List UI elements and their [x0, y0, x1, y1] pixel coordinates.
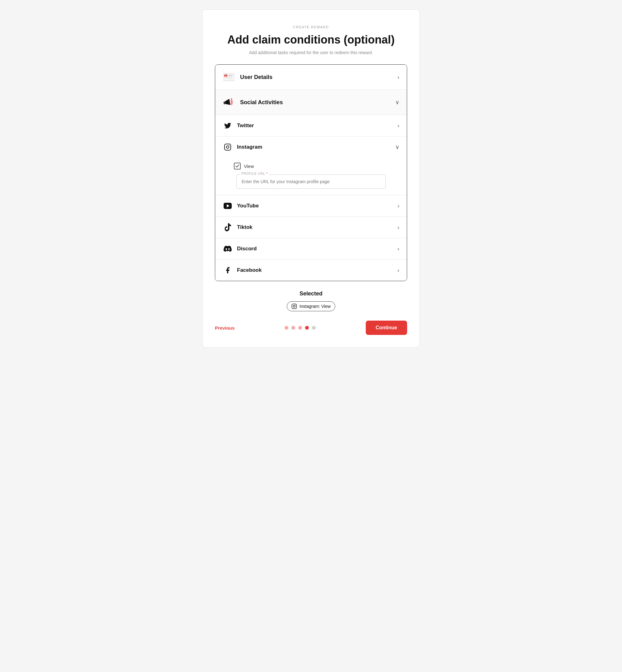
profile-url-input[interactable] [236, 174, 386, 189]
twitter-icon [223, 121, 233, 131]
instagram-content: View PROFILE URL * [215, 158, 407, 195]
social-activities-chevron: ∨ [395, 99, 399, 106]
tiktok-icon [223, 222, 233, 232]
selected-section: Selected Instagram: View [215, 290, 407, 311]
facebook-chevron: › [398, 267, 399, 274]
page-container: CREATE REWARD Add claim conditions (opti… [202, 9, 420, 348]
instagram-section: Instagram ∨ View PROFILE URL * [215, 137, 407, 195]
user-details-chevron: › [398, 74, 399, 80]
conditions-card: User Details › ★ Social Activities ∨ [215, 64, 407, 281]
progress-dots [284, 326, 316, 330]
view-checkbox[interactable] [234, 163, 241, 170]
instagram-chevron: ∨ [395, 144, 399, 150]
footer: Previous Continue [215, 321, 407, 335]
facebook-label: Facebook [237, 267, 398, 273]
dot-2 [291, 326, 295, 330]
svg-text:★: ★ [231, 98, 233, 100]
twitter-row[interactable]: Twitter › [215, 115, 407, 137]
svg-rect-9 [224, 144, 231, 150]
megaphone-icon: ★ [223, 96, 235, 109]
svg-point-3 [225, 76, 227, 77]
discord-chevron: › [398, 246, 399, 252]
dot-1 [284, 326, 288, 330]
page-title: Add claim conditions (optional) [215, 33, 407, 46]
profile-url-group: PROFILE URL * [236, 174, 399, 189]
social-activities-label: Social Activities [240, 99, 395, 106]
selected-instagram-icon [291, 304, 297, 309]
tiktok-row[interactable]: Tiktok › [215, 217, 407, 238]
profile-url-label: PROFILE URL * [240, 172, 269, 175]
dot-3 [298, 326, 302, 330]
svg-rect-4 [228, 75, 233, 76]
svg-point-15 [293, 305, 295, 307]
selected-tags: Instagram: View [215, 301, 407, 311]
svg-point-16 [295, 305, 296, 305]
twitter-label: Twitter [237, 122, 398, 129]
dot-4 [305, 326, 309, 330]
tiktok-label: Tiktok [237, 224, 398, 231]
dot-5 [312, 326, 316, 330]
page-subtitle: Add additional tasks required for the us… [215, 50, 407, 55]
step-label: CREATE REWARD [215, 25, 407, 29]
view-checkbox-row[interactable]: View [234, 163, 399, 170]
selected-tag-text: Instagram: View [300, 304, 331, 309]
facebook-row[interactable]: Facebook › [215, 260, 407, 281]
svg-rect-6 [228, 78, 232, 79]
tiktok-chevron: › [398, 224, 399, 231]
user-details-row[interactable]: User Details › [215, 65, 407, 90]
facebook-icon [223, 265, 233, 275]
instagram-row[interactable]: Instagram ∨ [215, 137, 407, 158]
youtube-row[interactable]: YouTube › [215, 195, 407, 217]
selected-tag-instagram: Instagram: View [287, 301, 335, 311]
view-label: View [244, 164, 254, 169]
instagram-label: Instagram [237, 144, 395, 150]
svg-point-11 [229, 145, 230, 146]
youtube-chevron: › [398, 203, 399, 209]
twitter-chevron: › [398, 122, 399, 129]
svg-rect-14 [292, 304, 297, 309]
previous-button[interactable]: Previous [215, 325, 235, 330]
instagram-icon [223, 142, 233, 152]
selected-title: Selected [215, 290, 407, 297]
svg-rect-5 [228, 77, 231, 77]
svg-point-10 [227, 146, 229, 148]
id-card-icon [223, 71, 235, 83]
user-details-label: User Details [240, 74, 398, 80]
youtube-icon [223, 201, 233, 211]
continue-button[interactable]: Continue [366, 321, 407, 335]
youtube-label: YouTube [237, 203, 398, 209]
discord-label: Discord [237, 246, 398, 252]
discord-row[interactable]: Discord › [215, 238, 407, 260]
discord-icon [223, 244, 233, 254]
social-activities-row[interactable]: ★ Social Activities ∨ [215, 90, 407, 115]
